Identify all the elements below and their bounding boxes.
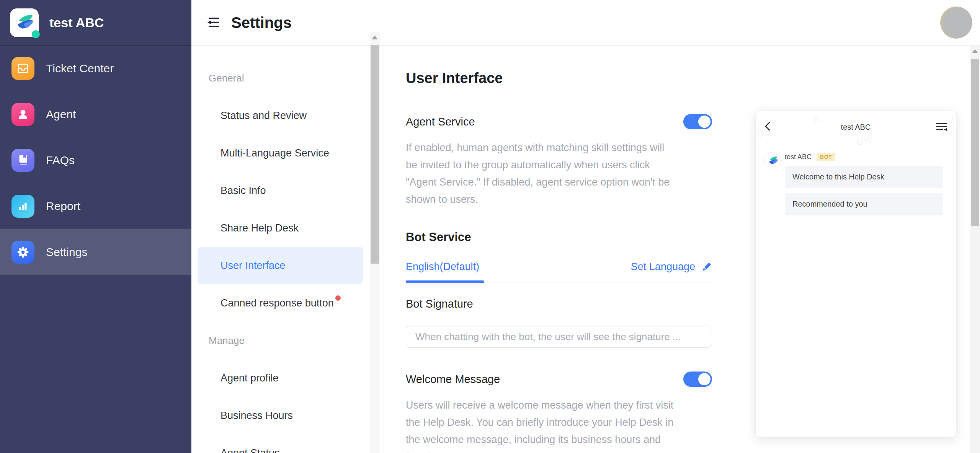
settings-nav-item-user-interface[interactable]: User Interface — [198, 247, 363, 284]
settings-nav-item-multi-language-service[interactable]: Multi-Language Service — [198, 134, 363, 172]
toggle-knob — [698, 116, 710, 128]
settings-nav-item-share-help-desk[interactable]: Share Help Desk — [198, 209, 363, 247]
tab-underline-rule — [406, 280, 712, 283]
agent-icon — [11, 103, 34, 126]
nav-section-label-manage: Manage — [191, 322, 384, 359]
helpdesk-preview-panel: Do -6 656 2 test ABC — [756, 111, 956, 437]
chat-bubble: Welcome to this Help Desk — [785, 166, 943, 188]
preview-message-group: test ABC BOT Welcome to this Help Desk R… — [764, 152, 943, 215]
menu-fold-icon[interactable] — [206, 16, 221, 29]
settings-nav-item-label: Canned response button — [220, 297, 334, 309]
bot-signature-label: Bot Signature — [406, 298, 712, 310]
sidebar-item-report[interactable]: Report — [0, 183, 191, 229]
bot-name-row: test ABC BOT — [785, 153, 943, 161]
settings-nav-item-canned-response-button[interactable]: Canned response button — [198, 284, 363, 322]
welcome-message-label: Welcome Message — [406, 373, 500, 386]
settings-form: Agent Service If enabled, human agents w… — [406, 114, 712, 453]
sidebar-item-label: Report — [46, 200, 80, 213]
content-row: General Status and Review Multi-Language… — [191, 46, 980, 453]
bot-badge: BOT — [817, 153, 835, 161]
sidebar-item-agent[interactable]: Agent — [0, 91, 191, 137]
nav-section-label-general: General — [191, 59, 384, 97]
sidebar-item-label: Ticket Center — [46, 62, 114, 75]
sidebar-item-label: Settings — [46, 246, 87, 259]
preview-message-column: test ABC BOT Welcome to this Help Desk R… — [785, 152, 943, 215]
ticket-center-icon — [11, 57, 34, 80]
bird-logo-icon — [13, 11, 36, 34]
settings-nav-item-status-and-review[interactable]: Status and Review — [198, 97, 363, 134]
watermark: 656 — [854, 132, 874, 148]
sidebar-item-label: FAQs — [46, 154, 75, 167]
main-sidebar: test ABC Ticket Center — [0, 0, 191, 453]
main-content: User Interface Agent Service If enabled,… — [384, 46, 980, 453]
settings-nav-item-business-hours[interactable]: Business Hours — [198, 397, 363, 434]
bot-avatar — [764, 152, 782, 169]
user-avatar[interactable] — [940, 7, 972, 39]
bot-service-title: Bot Service — [406, 230, 712, 244]
preview-header: test ABC — [756, 111, 956, 133]
sidebar-nav: Ticket Center Agent — [0, 46, 191, 275]
app-root: test ABC Ticket Center — [0, 0, 980, 453]
tab-english-default[interactable]: English(Default) — [406, 261, 479, 273]
preview-title: test ABC — [776, 123, 935, 132]
section-title: User Interface — [406, 70, 980, 86]
workspace-logo-row: test ABC — [0, 0, 191, 46]
welcome-message-toggle[interactable] — [683, 372, 712, 387]
scrollbar-thumb[interactable] — [971, 59, 979, 226]
workspace-name: test ABC — [49, 15, 104, 30]
faqs-icon — [11, 149, 34, 172]
sidebar-item-ticket-center[interactable]: Ticket Center — [0, 46, 191, 91]
set-language-label: Set Language — [631, 261, 695, 273]
set-language-link[interactable]: Set Language — [631, 261, 712, 273]
message-list-icon[interactable] — [935, 122, 947, 132]
notification-dot — [335, 295, 341, 301]
toggle-knob — [698, 373, 710, 385]
logo-status-dot — [32, 30, 40, 38]
settings-icon — [11, 241, 34, 264]
settings-nav-item-basic-info[interactable]: Basic Info — [198, 172, 363, 209]
agent-service-label: Agent Service — [406, 116, 475, 128]
settings-nav-item-agent-profile[interactable]: Agent profile — [198, 359, 363, 397]
agent-service-description: If enabled, human agents with matching s… — [406, 139, 674, 208]
settings-nav-item-agent-status[interactable]: Agent Status — [198, 434, 363, 453]
welcome-message-description: Users will receive a welcome message whe… — [406, 397, 674, 453]
sidebar-item-settings[interactable]: Settings — [0, 229, 191, 275]
sidebar-item-faqs[interactable]: FAQs — [0, 137, 191, 183]
active-tab-indicator — [406, 280, 484, 283]
scrollbar-thumb[interactable] — [371, 45, 379, 264]
language-tab-row: English(Default) Set Language — [406, 261, 712, 273]
topbar-right — [922, 7, 972, 39]
agent-service-row: Agent Service — [406, 114, 712, 129]
settings-nav-scrollbar[interactable] — [370, 32, 380, 453]
settings-nav: General Status and Review Multi-Language… — [191, 46, 384, 453]
report-icon — [11, 195, 34, 218]
welcome-message-row: Welcome Message — [406, 372, 712, 387]
topbar: Settings — [191, 0, 980, 46]
window-scrollbar[interactable] — [970, 46, 980, 453]
scroll-up-arrow-icon[interactable] — [970, 46, 980, 57]
scroll-up-arrow-icon[interactable] — [370, 32, 380, 43]
agent-service-toggle[interactable] — [683, 114, 712, 129]
right-pane: Settings General Status and Review Multi… — [191, 0, 980, 453]
bot-name: test ABC — [785, 153, 812, 161]
chat-bubble: Recommended to you — [785, 193, 943, 215]
topbar-divider — [922, 8, 922, 37]
pencil-icon — [701, 261, 712, 273]
workspace-logo[interactable] — [10, 8, 39, 37]
bot-signature-input[interactable] — [406, 326, 712, 348]
sidebar-item-label: Agent — [46, 108, 76, 121]
page-title: Settings — [231, 14, 292, 31]
bird-logo-icon — [767, 155, 779, 167]
